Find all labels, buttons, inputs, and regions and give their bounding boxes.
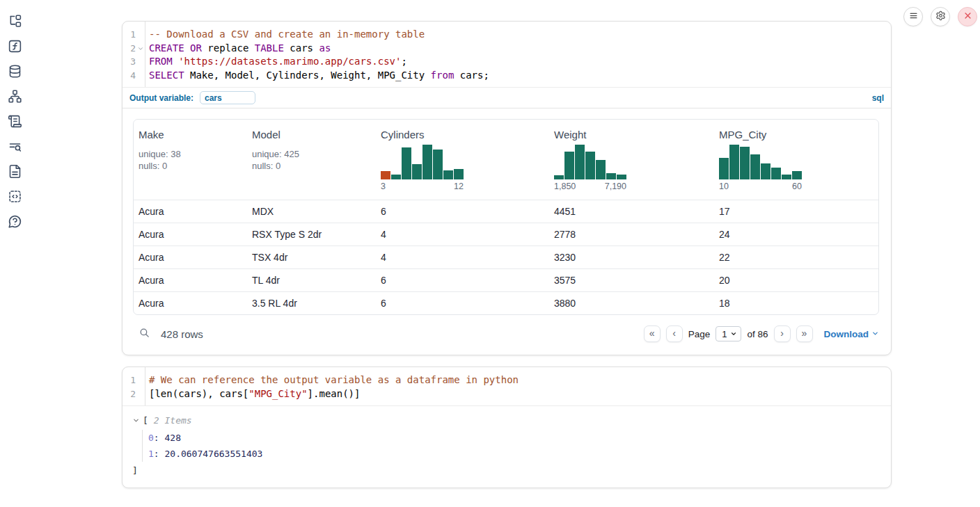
sql-code-editor[interactable]: 1-- Download a CSV and create an in-memo… [122, 22, 891, 87]
sidebar-item-file-tree[interactable] [6, 14, 23, 31]
table-cell: 3575 [549, 269, 714, 292]
line-number: 3 [122, 55, 145, 69]
table-cell: 2778 [549, 223, 714, 246]
table-row[interactable]: Acura3.5 RL 4dr6388018 [134, 292, 878, 315]
notebook-controls [903, 7, 977, 26]
table-footer: 428 rows « ‹ Page 1 of 86 › » Download [133, 324, 879, 344]
output-variable-input[interactable] [200, 91, 255, 104]
column-name: Make [139, 129, 242, 140]
column-header-weight[interactable]: Weight1,8507,190 [549, 120, 714, 200]
table-cell: TL 4dr [247, 269, 376, 292]
prev-page-button[interactable]: ‹ [666, 325, 683, 342]
page-select[interactable]: 1 [716, 326, 741, 341]
histogram-bar [761, 163, 770, 179]
code-line: 1# We can reference the output variable … [122, 373, 891, 387]
table-cell: Acura [134, 223, 247, 246]
page-select-value: 1 [722, 329, 727, 339]
column-header-mpg_city[interactable]: MPG_City1060 [714, 120, 878, 200]
histogram-bar [750, 154, 760, 179]
table-row[interactable]: AcuraTL 4dr6357520 [134, 269, 878, 292]
next-page-button[interactable]: › [774, 325, 791, 342]
function-square-icon [8, 39, 22, 56]
histogram-bar [454, 169, 464, 179]
histogram-bar [412, 164, 422, 179]
fold-chevron-icon[interactable] [137, 45, 144, 52]
histogram-bar [740, 147, 750, 179]
code-text: CREATE OR replace TABLE cars as [145, 42, 331, 56]
shutdown-button[interactable] [958, 7, 977, 26]
column-name: MPG_City [719, 129, 873, 140]
histogram-bar [402, 147, 411, 179]
sql-cell-output: Makeunique: 38nulls: 0Modelunique: 425nu… [122, 108, 891, 355]
table-row[interactable]: AcuraMDX6445117 [134, 200, 878, 223]
column-name: Weight [554, 129, 709, 140]
histogram-bar [564, 152, 574, 179]
histogram-bar [381, 171, 390, 179]
page-label: Page [688, 329, 711, 339]
histogram-bar [596, 160, 606, 179]
menu-button[interactable] [903, 7, 923, 26]
settings-button[interactable] [931, 7, 950, 26]
histogram-bars [719, 145, 802, 179]
logs-scroll-icon [8, 114, 22, 131]
table-cell: RSX Type S 2dr [247, 223, 376, 246]
table-cell: Acura [134, 246, 247, 269]
column-stats: unique: 425nulls: 0 [252, 148, 370, 172]
column-header-cylinders[interactable]: Cylinders312 [376, 120, 549, 200]
table-cell: 6 [376, 200, 549, 223]
menu-icon [908, 10, 919, 23]
collapse-chevron-icon[interactable] [132, 417, 140, 424]
table-cell: Acura [134, 269, 247, 292]
table-header-row: Makeunique: 38nulls: 0Modelunique: 425nu… [134, 120, 878, 200]
column-header-model[interactable]: Modelunique: 425nulls: 0 [247, 120, 376, 200]
code-line: 4SELECT Make, Model, Cylinders, Weight, … [122, 69, 891, 83]
scratchpad-code-icon [8, 189, 22, 206]
sidebar-item-scratchpad[interactable] [6, 189, 23, 206]
table-cell: 3230 [549, 246, 714, 269]
code-line: 1-- Download a CSV and create an in-memo… [122, 28, 891, 42]
table-row[interactable]: AcuraRSX Type S 2dr4277824 [134, 223, 878, 246]
table-cell: 6 [376, 292, 549, 315]
sidebar-item-help[interactable] [6, 214, 23, 231]
sql-cell: 1-- Download a CSV and create an in-memo… [122, 21, 892, 355]
line-number: 1 [122, 28, 145, 42]
download-button[interactable]: Download [824, 329, 880, 339]
column-header-make[interactable]: Makeunique: 38nulls: 0 [134, 120, 247, 200]
search-icon [139, 327, 150, 341]
histogram-bar [719, 158, 729, 179]
sidebar-item-datasources[interactable] [6, 64, 23, 81]
table-search-button[interactable] [133, 327, 150, 341]
code-text: FROM 'https://datasets.marimo.app/cars.c… [145, 55, 407, 69]
sidebar-item-dependency-graph[interactable] [6, 89, 23, 106]
histogram-bar [729, 145, 739, 179]
table-cell: 3880 [549, 292, 714, 315]
histogram-bar [443, 170, 453, 179]
table-cell: MDX [247, 200, 376, 223]
python-cell-output: [ 2 Items 0: 4281: 20.060747663551403 ] [122, 406, 891, 488]
line-number: 2 [122, 387, 145, 401]
language-badge: sql [872, 93, 884, 103]
file-tree-icon [8, 14, 22, 31]
sidebar-item-snippets[interactable] [6, 139, 23, 156]
sidebar-item-documentation[interactable] [6, 164, 23, 181]
tree-root-row: [ 2 Items [132, 415, 880, 426]
code-text: # We can reference the output variable a… [145, 373, 519, 387]
table-row[interactable]: AcuraTSX 4dr4323022 [134, 246, 878, 269]
histogram-bar [617, 175, 626, 179]
data-table: Makeunique: 38nulls: 0Modelunique: 425nu… [133, 119, 879, 315]
python-code-editor[interactable]: 1# We can reference the output variable … [122, 367, 891, 406]
sidebar-item-functions[interactable] [6, 39, 23, 56]
first-page-button[interactable]: « [644, 325, 661, 342]
chevron-down-icon [871, 329, 879, 339]
table-cell: 24 [714, 223, 878, 246]
page-total-label: of 86 [747, 329, 768, 339]
table-cell: 4 [376, 246, 549, 269]
last-page-button[interactable]: » [796, 325, 813, 342]
histogram-bar [575, 145, 585, 179]
histogram-bar [771, 168, 781, 179]
close-bracket: ] [132, 465, 880, 476]
tree-entry: 1: 20.060747663551403 [148, 446, 880, 462]
sidebar-item-logs[interactable] [6, 114, 23, 131]
line-number: 4 [122, 69, 145, 83]
histogram-bars [554, 145, 626, 179]
